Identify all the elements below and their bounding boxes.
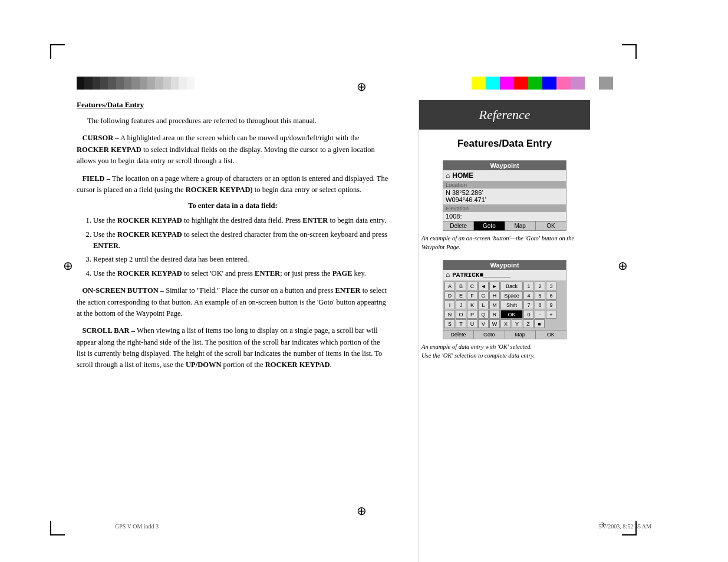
- key-Q[interactable]: Q: [478, 310, 489, 319]
- key-space[interactable]: Space: [500, 291, 523, 300]
- scrollbar-label: SCROLL BAR –: [82, 326, 135, 335]
- kb-name-value: PATRICK■_______: [452, 272, 510, 279]
- key-H[interactable]: H: [489, 291, 500, 300]
- waypoint-elevation-label: Elevation: [443, 204, 566, 212]
- kb-delete-btn[interactable]: Delete: [443, 330, 474, 339]
- key-Y[interactable]: Y: [512, 319, 522, 328]
- key-R[interactable]: R: [489, 310, 500, 319]
- key-A[interactable]: A: [444, 282, 455, 290]
- footer-right: 5/7/2003, 8:52:45 AM: [599, 523, 651, 530]
- scrollbar-paragraph: SCROLL BAR – When viewing a list of item…: [77, 325, 389, 371]
- crosshair-bottom: ⊕: [357, 504, 367, 518]
- field-paragraph: FIELD – The location on a page where a g…: [77, 173, 389, 196]
- kb-goto-btn[interactable]: Goto: [474, 330, 505, 339]
- field-rocker: ROCKER KEYPAD): [186, 186, 253, 194]
- key-V[interactable]: V: [478, 319, 489, 328]
- waypoint-elevation-val: 1008:: [443, 212, 566, 221]
- key-shift[interactable]: Shift: [500, 300, 523, 309]
- key-F[interactable]: F: [467, 291, 477, 300]
- key-D[interactable]: D: [444, 291, 455, 300]
- color-bar-left: [77, 77, 195, 90]
- goto-button[interactable]: Goto: [474, 222, 505, 230]
- key-5[interactable]: 5: [535, 291, 545, 300]
- key-3[interactable]: 3: [546, 282, 556, 290]
- caption-2-line1: An example of data entry with 'OK' selec…: [421, 343, 532, 350]
- step-2: Use the ROCKER KEYPAD to select the desi…: [93, 229, 389, 252]
- reference-subheading: Features/Data Entry: [419, 138, 590, 150]
- key-I[interactable]: I: [444, 300, 455, 309]
- house-icon-2: ⌂: [446, 271, 450, 279]
- right-column: Reference Features/Data Entry Waypoint ⌂…: [419, 100, 590, 562]
- step-1: Use the ROCKER KEYPAD to highlight the d…: [93, 215, 389, 226]
- key-O[interactable]: O: [456, 310, 466, 319]
- key-N[interactable]: N: [444, 310, 455, 319]
- key-9[interactable]: 9: [546, 300, 556, 309]
- key-ok[interactable]: OK: [500, 310, 523, 319]
- key-C[interactable]: C: [467, 282, 477, 290]
- waypoint-home-label: HOME: [452, 171, 473, 180]
- coords-line1: N 38°52.286': [446, 189, 564, 196]
- cursor-paragraph: CURSOR – A highlighted area on the scree…: [77, 133, 389, 167]
- key-right[interactable]: ►: [489, 282, 500, 290]
- key-U[interactable]: U: [467, 319, 477, 328]
- step-3: Repeat step 2 until the desired data has…: [93, 254, 389, 265]
- kb-row-5: S T U V W X Y Z ■: [444, 319, 565, 328]
- key-left[interactable]: ◄: [478, 282, 489, 290]
- waypoint-box-1: Waypoint ⌂ HOME Location N 38°52.286' W0…: [443, 160, 566, 231]
- section-heading: Features/Data Entry: [77, 100, 389, 110]
- key-X[interactable]: X: [500, 319, 511, 328]
- page: ⊕ ⊕ ⊕ ⊕ Features/Data Entr: [0, 0, 728, 562]
- waypoint-home-row: ⌂ HOME: [443, 170, 566, 181]
- kb-ok-btn[interactable]: OK: [536, 330, 566, 339]
- key-W[interactable]: W: [489, 319, 500, 328]
- crosshair-left: ⊕: [63, 259, 73, 273]
- kb-title: Waypoint: [443, 260, 566, 270]
- key-P[interactable]: P: [467, 310, 477, 319]
- key-J[interactable]: J: [456, 300, 466, 309]
- key-E[interactable]: E: [456, 291, 466, 300]
- onscreen-label: ON-SCREEN BUTTON –: [82, 286, 164, 295]
- kb-row-1: A B C ◄ ► Back 1 2 3: [444, 282, 565, 290]
- corner-mark-tl: [50, 44, 65, 59]
- caption-2: An example of data entry with 'OK' selec…: [421, 343, 588, 360]
- key-minus[interactable]: -: [535, 310, 545, 319]
- corner-mark-tr: [622, 44, 637, 59]
- waypoint-location-label: Location: [443, 181, 566, 189]
- key-4[interactable]: 4: [523, 291, 534, 300]
- key-M[interactable]: M: [489, 300, 500, 309]
- step-4: Use the ROCKER KEYPAD to select 'OK' and…: [93, 268, 389, 279]
- key-7[interactable]: 7: [523, 300, 534, 309]
- key-6[interactable]: 6: [546, 291, 556, 300]
- key-0[interactable]: 0: [523, 310, 534, 319]
- delete-button[interactable]: Delete: [443, 222, 474, 230]
- key-Z[interactable]: Z: [523, 319, 533, 328]
- key-T[interactable]: T: [456, 319, 466, 328]
- kb-map-btn[interactable]: Map: [505, 330, 536, 339]
- ok-button[interactable]: OK: [536, 222, 566, 230]
- key-K[interactable]: K: [467, 300, 477, 309]
- coords-line2: W094°46.471': [446, 196, 564, 203]
- key-S[interactable]: S: [444, 319, 455, 328]
- reference-header: Reference: [419, 100, 590, 130]
- house-icon: ⌂: [446, 171, 450, 180]
- key-sym[interactable]: ■: [534, 319, 545, 328]
- footer-left: GPS V OM.indd 3: [115, 523, 159, 530]
- key-L[interactable]: L: [478, 300, 489, 309]
- enter-data-heading: To enter data in a data field:: [77, 201, 389, 210]
- crosshair-top: ⊕: [357, 80, 367, 94]
- field-label: FIELD –: [82, 174, 110, 183]
- crosshair-right: ⊕: [618, 259, 628, 273]
- key-1[interactable]: 1: [523, 282, 534, 290]
- kb-row-3: I J K L M Shift 7 8 9: [444, 300, 565, 309]
- cursor-rocker: ROCKER KEYPAD: [77, 146, 141, 154]
- key-2[interactable]: 2: [535, 282, 545, 290]
- map-button[interactable]: Map: [505, 222, 536, 230]
- key-back[interactable]: Back: [500, 282, 523, 290]
- cursor-label: CURSOR –: [82, 134, 118, 142]
- key-B[interactable]: B: [456, 282, 466, 290]
- left-column: Features/Data Entry The following featur…: [77, 100, 407, 562]
- key-plus[interactable]: +: [546, 310, 556, 319]
- key-G[interactable]: G: [478, 291, 489, 300]
- key-8[interactable]: 8: [535, 300, 545, 309]
- steps-list: Use the ROCKER KEYPAD to highlight the d…: [93, 215, 389, 279]
